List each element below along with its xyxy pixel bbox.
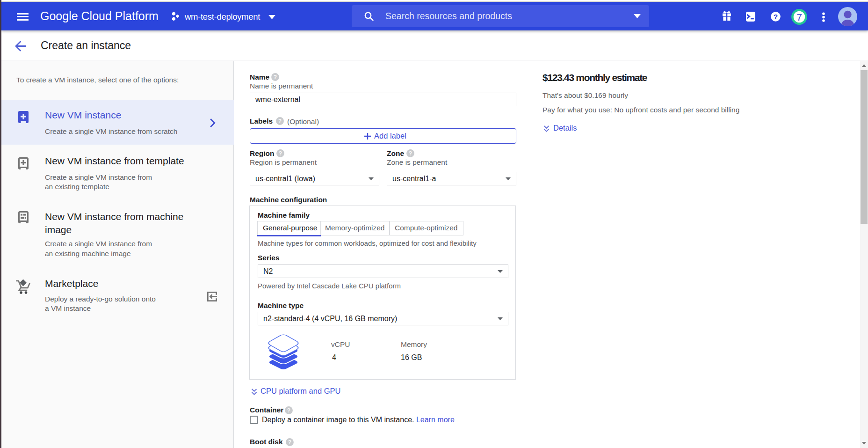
svg-text:?: ? <box>274 74 277 81</box>
svg-text:7: 7 <box>796 11 802 22</box>
svg-text:?: ? <box>288 439 291 446</box>
svg-text:?: ? <box>774 13 778 21</box>
svg-text:?: ? <box>409 150 412 157</box>
svg-text:?: ? <box>279 150 282 157</box>
svg-text:?: ? <box>287 407 290 414</box>
svg-text:?: ? <box>278 118 282 125</box>
